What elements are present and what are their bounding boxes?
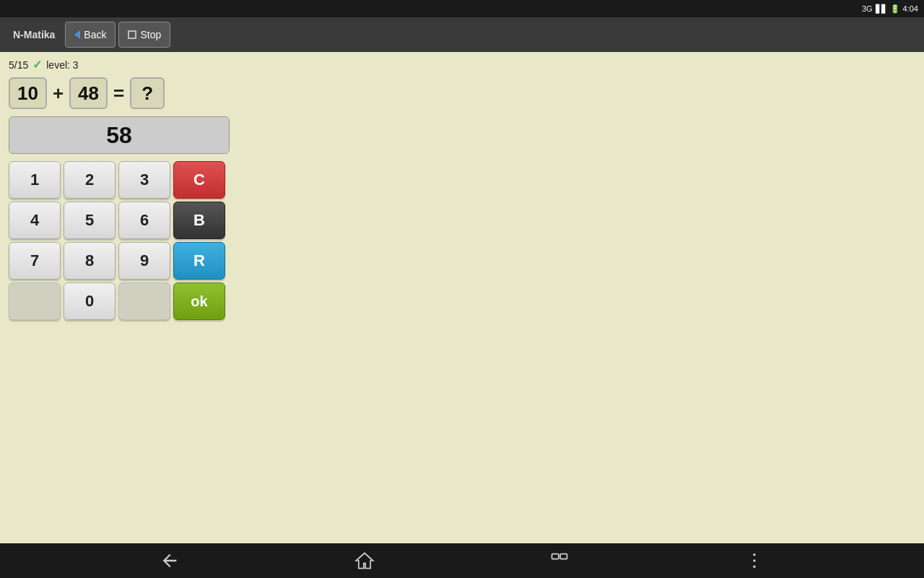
equals: = [112,82,126,105]
key-empty [9,282,61,320]
stop-button[interactable]: Stop [118,22,170,48]
key-2[interactable]: 2 [64,161,116,199]
menu-nav-button[interactable] [740,546,769,575]
key-3[interactable]: 3 [118,161,170,199]
status-bar: 3G ▋▋ 🔋 4:04 [0,0,924,17]
back-nav-icon [160,551,180,571]
key-8[interactable]: 8 [64,242,116,280]
svg-point-3 [753,559,756,562]
key-R[interactable]: R [173,242,225,280]
key-5[interactable]: 5 [64,202,116,239]
progress-line: 5/15 ✓ level: 3 [9,58,915,72]
key-6[interactable]: 6 [118,202,170,239]
bottom-bar [0,543,924,578]
key-empty [118,282,170,320]
battery-icon: 🔋 [890,4,900,14]
main-content: 5/15 ✓ level: 3 10 + 48 = ? 58 123C456B7… [0,52,924,543]
question-mark: ? [130,77,165,109]
back-label: Back [84,29,106,40]
key-1[interactable]: 1 [9,161,61,199]
keypad: 123C456B789R0ok [9,161,230,320]
back-arrow-icon [74,30,80,39]
svg-rect-1 [560,554,567,559]
time-display: 4:04 [903,4,918,13]
key-B[interactable]: B [173,202,225,239]
operator: + [51,82,65,105]
stop-label: Stop [140,29,161,40]
app-name: N-Matika [6,29,62,40]
operand2: 48 [69,77,108,109]
check-mark: ✓ [32,58,42,72]
key-C[interactable]: C [173,161,225,199]
key-9[interactable]: 9 [118,242,170,280]
menu-nav-icon [744,551,764,571]
svg-point-4 [753,565,756,568]
answer-display: 58 [9,116,230,154]
home-nav-icon [354,551,375,571]
svg-point-2 [753,553,756,556]
stop-icon [128,30,136,39]
recents-nav-button[interactable] [545,546,574,575]
status-icons: 3G ▋▋ 🔋 4:04 [862,4,918,14]
progress-text: 5/15 [9,59,28,71]
signal-icon: 3G [862,4,873,13]
back-button[interactable]: Back [65,22,116,48]
nav-bar: N-Matika Back Stop [0,17,924,52]
key-0[interactable]: 0 [64,282,116,320]
svg-rect-0 [552,554,559,559]
key-7[interactable]: 7 [9,242,61,280]
back-nav-button[interactable] [155,546,184,575]
equation: 10 + 48 = ? [9,77,915,109]
key-4[interactable]: 4 [9,202,61,239]
operand1: 10 [9,77,47,109]
key-ok[interactable]: ok [173,282,225,320]
home-nav-button[interactable] [350,546,379,575]
level-text: level: 3 [46,59,78,71]
signal-bars: ▋▋ [876,4,887,14]
recents-nav-icon [549,551,570,571]
